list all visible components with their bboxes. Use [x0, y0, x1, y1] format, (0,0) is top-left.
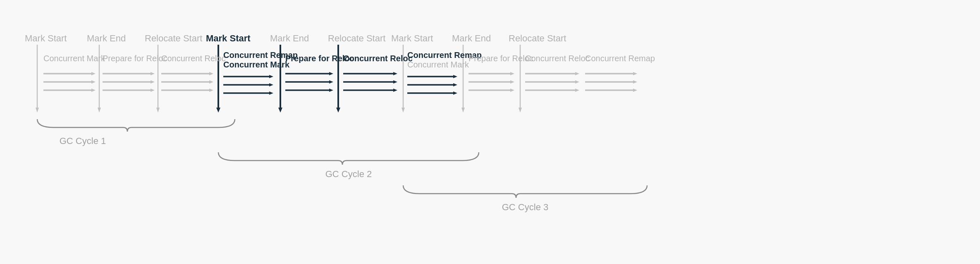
- pause-arrow-8: [461, 108, 465, 113]
- svg-marker-53: [575, 89, 579, 92]
- svg-marker-17: [209, 89, 213, 92]
- label-prepare-reloc-1: Prepare for Reloc: [103, 54, 167, 63]
- phase-label-2: Mark End: [87, 33, 126, 43]
- phase-label-5: Mark End: [270, 33, 309, 43]
- svg-marker-25: [329, 72, 333, 75]
- svg-marker-15: [209, 80, 213, 84]
- label-concurrent-mark-1: Concurrent Mark: [43, 54, 105, 63]
- svg-marker-55: [633, 72, 637, 75]
- pause-arrow-4-dark: [216, 108, 220, 113]
- label-gc-cycle-3: GC Cycle 3: [502, 202, 548, 212]
- brace-gc3: [403, 185, 647, 198]
- svg-marker-47: [510, 89, 514, 92]
- svg-marker-3: [91, 80, 96, 84]
- svg-marker-37: [453, 75, 457, 78]
- label-concurrent-reloc-2: Concurrent Reloc: [343, 54, 413, 63]
- phase-label-9: Relocate Start: [509, 33, 566, 43]
- phase-label-3: Relocate Start: [145, 33, 202, 43]
- svg-marker-19: [269, 75, 273, 78]
- label-concurrent-reloc-1: Concurrent Reloc: [161, 54, 226, 63]
- pause-arrow-1: [36, 108, 39, 113]
- brace-gc1: [37, 119, 235, 132]
- phase-label-6: Relocate Start: [328, 33, 385, 43]
- phase-label-8: Mark End: [452, 33, 491, 43]
- svg-marker-35: [393, 89, 397, 92]
- svg-marker-59: [633, 89, 637, 92]
- label-gc-cycle-1: GC Cycle 1: [60, 136, 106, 146]
- pause-arrow-3: [156, 108, 160, 113]
- svg-marker-33: [393, 80, 397, 84]
- svg-marker-1: [91, 72, 96, 75]
- phase-label-7: Mark Start: [391, 33, 433, 43]
- label-gc-cycle-2: GC Cycle 2: [325, 169, 372, 179]
- label-concurrent-mark-3: Concurrent Mark: [407, 60, 469, 69]
- svg-marker-27: [329, 80, 333, 84]
- label-prepare-reloc-3: Prepare for Reloc: [468, 54, 533, 63]
- pause-arrow-2: [98, 108, 101, 113]
- phase-label-1: Mark Start: [25, 33, 67, 43]
- pause-arrow-5-dark: [278, 108, 282, 113]
- svg-marker-21: [269, 83, 273, 86]
- svg-marker-43: [510, 72, 514, 75]
- svg-marker-11: [151, 89, 155, 92]
- label-concurrent-mark-2: Concurrent Mark: [223, 60, 290, 69]
- pause-arrow-7: [402, 108, 405, 113]
- svg-marker-39: [453, 83, 457, 86]
- svg-marker-57: [633, 80, 637, 84]
- svg-marker-51: [575, 80, 579, 84]
- phase-label-4-bold: Mark Start: [206, 33, 251, 43]
- brace-gc2: [218, 152, 479, 165]
- svg-marker-23: [269, 91, 273, 95]
- svg-marker-7: [151, 72, 155, 75]
- svg-marker-29: [329, 89, 333, 92]
- svg-marker-49: [575, 72, 579, 75]
- gc-diagram: Mark Start Mark End Relocate Start Mark …: [0, 0, 980, 264]
- pause-arrow-9: [519, 108, 522, 113]
- svg-marker-13: [209, 72, 213, 75]
- label-concurrent-remap-end: Concurrent Remap: [585, 54, 655, 63]
- pause-arrow-6-dark: [336, 108, 340, 113]
- svg-marker-41: [453, 91, 457, 95]
- svg-marker-5: [91, 89, 96, 92]
- label-concurrent-reloc-3: Concurrent Reloc: [525, 54, 590, 63]
- svg-marker-45: [510, 80, 514, 84]
- svg-marker-31: [393, 72, 397, 75]
- svg-marker-9: [151, 80, 155, 84]
